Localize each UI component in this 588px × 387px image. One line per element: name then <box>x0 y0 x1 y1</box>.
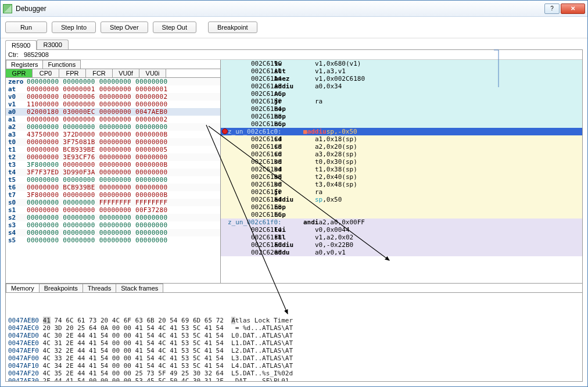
register-row[interactable]: t73F800000 00000000 00000000 0000000B <box>6 191 220 199</box>
disasm-row[interactable]: 002C61B8nop <box>221 113 582 120</box>
register-row[interactable]: t500000000 00000000 00000000 00000000 <box>6 176 220 184</box>
disasm-row[interactable]: 002C61F8sllv1,a2,0x02 <box>221 234 582 241</box>
ctr-label: Ctr: <box>8 51 19 58</box>
tab-breakpoints[interactable]: Breakpoints <box>39 284 83 292</box>
reg-cat-gpr[interactable]: GPR <box>6 69 33 77</box>
disasm-row[interactable]: 002C61E0jrra <box>221 188 582 196</box>
disasm-row[interactable]: 002C61C4sda1,0x18(sp) <box>221 135 582 143</box>
disasm-row[interactable]: 002C61C8sda2,0x20(sp) <box>221 143 582 150</box>
register-row[interactable]: v000000000 00000006 00000000 00000002 <box>6 93 220 101</box>
register-row[interactable]: v111000000 00000000 00000000 00000000 <box>6 101 220 108</box>
toolbar: Run Step Into Step Over Step Out Breakpo… <box>1 17 587 38</box>
breakpoint-icon <box>222 128 228 134</box>
register-category-header: GPR CP0 FPR FCR VU0f VU0i <box>6 69 220 78</box>
disasm-row[interactable]: 002C61B0jrra <box>221 98 582 105</box>
reg-cat-vu0i[interactable]: VU0i <box>139 69 166 77</box>
disasm-row[interactable]: 002C61ACnop <box>221 90 582 98</box>
ctr-value: 9852908 <box>24 51 49 58</box>
disasm-row[interactable]: 002C61F4luiv0,0x0044 <box>221 226 582 234</box>
cycle-counter: Ctr: 9852908 <box>6 50 582 60</box>
register-row[interactable]: s500000000 00000000 00000000 00000000 <box>6 236 220 244</box>
disasm-row[interactable]: 002C61D0sdt0,0x30(sp) <box>221 158 582 166</box>
memory-row[interactable]: 0047AF20 4C 35 2E 44 41 54 00 00 25 73 5… <box>8 370 580 377</box>
run-button[interactable]: Run <box>5 21 47 33</box>
memory-row[interactable]: 0047AF10 4C 34 2E 44 41 54 00 00 41 54 4… <box>8 362 580 370</box>
register-row[interactable]: t100000000 BCB939BE 00000000 00000005 <box>6 146 220 153</box>
disasm-row[interactable]: 002C61A0sltv1,a3,v1 <box>221 67 582 75</box>
memory-row[interactable]: 0047AEB0 41 74 6C 61 73 20 4C 6F 63 6B 2… <box>8 317 580 324</box>
disasm-row[interactable]: z_un_002c61f0:andi a2,a0,0x00FF <box>221 218 582 226</box>
step-into-button[interactable]: Step Into <box>52 21 96 33</box>
register-row[interactable]: s200000000 00000000 00000000 00000000 <box>6 214 220 221</box>
tab-registers[interactable]: Registers <box>6 60 43 69</box>
memory-view[interactable]: "Atlas Lock Timer = 2." 0047AEB0 41 74 6… <box>6 293 582 381</box>
register-row[interactable]: t33F800000 00000000 00000000 0000000B <box>6 161 220 169</box>
disasm-row[interactable]: 002C61CCsda3,0x28(sp) <box>221 150 582 158</box>
tab-memory[interactable]: Memory <box>6 284 40 292</box>
disasm-row[interactable]: 002C61A8addiua0,0x34 <box>221 83 582 90</box>
debugger-window: Debugger ? ✕ Run Step Into Step Over Ste… <box>0 0 588 387</box>
register-row[interactable]: s400000000 00000000 00000000 00000000 <box>6 229 220 236</box>
memory-row[interactable]: 0047AED0 4C 30 2E 44 41 54 00 00 41 54 4… <box>8 332 580 339</box>
titlebar[interactable]: Debugger ? ✕ <box>1 1 587 17</box>
left-pane: Registers Functions GPR CP0 FPR FCR VU0f… <box>6 60 221 283</box>
tab-r5900[interactable]: R5900 <box>5 40 37 50</box>
reg-cat-fcr[interactable]: FCR <box>86 69 113 77</box>
disasm-row[interactable]: 002C61ECnop <box>221 211 582 218</box>
register-row[interactable]: s300000000 00000000 00000000 00000000 <box>6 221 220 229</box>
content-area: Ctr: 9852908 Registers Functions GPR CP0… <box>5 49 583 382</box>
register-row[interactable]: zero00000000 00000000 00000000 00000000 <box>6 78 220 85</box>
step-over-button[interactable]: Step Over <box>101 21 148 33</box>
disassembly-pane[interactable]: 002C619Clwv1,0x680(v1)002C61A0sltv1,a3,v… <box>221 60 582 283</box>
register-list[interactable]: zero00000000 00000000 00000000 00000000a… <box>6 78 220 283</box>
disasm-row[interactable]: 002C61E4addiusp,0x50 <box>221 196 582 203</box>
help-button[interactable]: ? <box>544 3 560 14</box>
register-row[interactable]: a002000180 030000EC 00000000 0047AEB0 <box>6 108 220 116</box>
step-out-button[interactable]: Step Out <box>153 21 196 33</box>
register-row[interactable]: t200000000 3E93CF76 00000000 00000000 <box>6 153 220 161</box>
close-button[interactable]: ✕ <box>561 3 585 14</box>
register-row[interactable]: s000000000 00000000 FFFFFFFF FFFFFFFF <box>6 199 220 206</box>
reg-cat-cp0[interactable]: CP0 <box>33 69 59 77</box>
disasm-row[interactable]: 002C6200addua0,v0,v1 <box>221 249 582 256</box>
memory-row[interactable]: 0047AF30 2E 44 41 54 00 00 00 00 53 45 5… <box>8 377 580 381</box>
memory-row[interactable]: 0047AEF0 4C 32 2E 44 41 54 00 00 41 54 4… <box>8 347 580 354</box>
disasm-row[interactable]: 002C61BCnop <box>221 120 582 128</box>
processor-tabs: R5900 R3000 <box>1 38 587 49</box>
reg-cat-fpr[interactable]: FPR <box>59 69 86 77</box>
register-row[interactable]: t000000000 3F75081B 00000000 00000000 <box>6 138 220 146</box>
register-row[interactable]: t600000000 BCB939BE 00000000 00000000 <box>6 184 220 191</box>
disasm-row[interactable]: 002C61FCaddiuv0,-0x22B0 <box>221 241 582 249</box>
disasm-row[interactable]: 002C619Clwv1,0x680(v1) <box>221 60 582 67</box>
register-row[interactable]: a343750000 372D0000 00000000 0000000B <box>6 131 220 138</box>
disasm-row[interactable]: 002C61E8nop <box>221 203 582 211</box>
app-icon <box>3 4 12 13</box>
disasm-row[interactable]: 002C61DCsdt3,0x48(sp) <box>221 181 582 188</box>
tab-functions[interactable]: Functions <box>42 60 81 69</box>
register-row[interactable]: a100000000 00000000 00000000 00000002 <box>6 116 220 123</box>
register-row[interactable]: t43F7F37ED 3D990F3A 00000000 00000000 <box>6 169 220 176</box>
register-row[interactable]: a200000000 00000000 00000000 00000000 <box>6 123 220 131</box>
memory-row[interactable]: 0047AEC0 20 3D 20 25 64 0A 00 00 41 54 4… <box>8 324 580 332</box>
disasm-row[interactable]: 002C61B4nop <box>221 105 582 113</box>
memory-row[interactable]: 0047AEE0 4C 31 2E 44 41 54 00 00 41 54 4… <box>8 339 580 347</box>
disasm-row[interactable]: 002C61A4bnezv1,0x002C6180 <box>221 75 582 83</box>
disasm-row[interactable]: z_un_002c61c0:■addiu sp,-0x50 <box>221 128 582 135</box>
memory-row[interactable]: 0047AF00 4C 33 2E 44 41 54 00 00 41 54 4… <box>8 354 580 362</box>
register-row[interactable]: s100000000 00000000 00000000 00F37280 <box>6 206 220 214</box>
bottom-pane: Memory Breakpoints Threads Stack frames … <box>6 284 582 381</box>
breakpoint-button[interactable]: Breakpoint <box>208 21 257 33</box>
disasm-row[interactable]: 002C61D4sdt1,0x38(sp) <box>221 166 582 173</box>
tab-stack-frames[interactable]: Stack frames <box>116 284 163 292</box>
window-title: Debugger <box>16 5 544 13</box>
tab-r3000[interactable]: R3000 <box>37 40 68 49</box>
disasm-row[interactable]: 002C61D8sdt2,0x40(sp) <box>221 173 582 181</box>
register-row[interactable]: at00000000 00000001 00000000 00000001 <box>6 85 220 93</box>
tab-threads[interactable]: Threads <box>83 284 116 292</box>
reg-cat-vu0f[interactable]: VU0f <box>113 69 139 77</box>
